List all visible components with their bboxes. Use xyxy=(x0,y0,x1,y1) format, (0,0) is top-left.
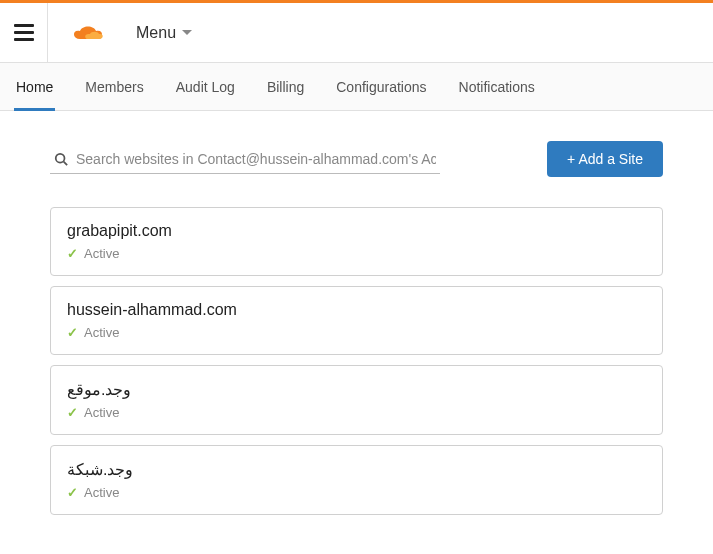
chevron-down-icon xyxy=(182,30,192,35)
hamburger-icon xyxy=(14,24,34,41)
add-site-button[interactable]: + Add a Site xyxy=(547,141,663,177)
status-label: Active xyxy=(84,485,119,500)
site-status: ✓ Active xyxy=(67,405,646,420)
main-content: + Add a Site grabapipit.com ✓ Active hus… xyxy=(0,111,713,545)
search-input[interactable] xyxy=(76,151,436,167)
nav-members[interactable]: Members xyxy=(85,63,143,110)
site-name: وجد.موقع xyxy=(67,380,646,399)
search-wrap[interactable] xyxy=(50,145,440,174)
search-icon xyxy=(54,152,68,166)
site-card[interactable]: hussein-alhammad.com ✓ Active xyxy=(50,286,663,355)
nav-notifications[interactable]: Notifications xyxy=(459,63,535,110)
topbar: Menu xyxy=(0,3,713,63)
site-status: ✓ Active xyxy=(67,485,646,500)
site-card[interactable]: وجد.موقع ✓ Active xyxy=(50,365,663,435)
site-card[interactable]: grabapipit.com ✓ Active xyxy=(50,207,663,276)
hamburger-menu[interactable] xyxy=(0,3,48,62)
check-icon: ✓ xyxy=(67,246,78,261)
site-name: hussein-alhammad.com xyxy=(67,301,646,319)
cloud-icon xyxy=(68,21,116,45)
nav-tabs: Home Members Audit Log Billing Configura… xyxy=(0,63,713,111)
site-name: grabapipit.com xyxy=(67,222,646,240)
check-icon: ✓ xyxy=(67,405,78,420)
status-label: Active xyxy=(84,246,119,261)
nav-audit-log[interactable]: Audit Log xyxy=(176,63,235,110)
nav-billing[interactable]: Billing xyxy=(267,63,304,110)
svg-line-1 xyxy=(64,161,68,165)
site-name: وجد.شبكة xyxy=(67,460,646,479)
menu-dropdown[interactable]: Menu xyxy=(136,24,192,42)
menu-label: Menu xyxy=(136,24,176,42)
toolbar: + Add a Site xyxy=(50,141,663,177)
svg-point-0 xyxy=(56,153,65,162)
cloudflare-logo[interactable] xyxy=(68,21,116,45)
nav-home[interactable]: Home xyxy=(16,63,53,110)
nav-configurations[interactable]: Configurations xyxy=(336,63,426,110)
sites-list: grabapipit.com ✓ Active hussein-alhammad… xyxy=(50,207,663,515)
status-label: Active xyxy=(84,405,119,420)
site-status: ✓ Active xyxy=(67,246,646,261)
site-card[interactable]: وجد.شبكة ✓ Active xyxy=(50,445,663,515)
site-status: ✓ Active xyxy=(67,325,646,340)
status-label: Active xyxy=(84,325,119,340)
check-icon: ✓ xyxy=(67,485,78,500)
check-icon: ✓ xyxy=(67,325,78,340)
